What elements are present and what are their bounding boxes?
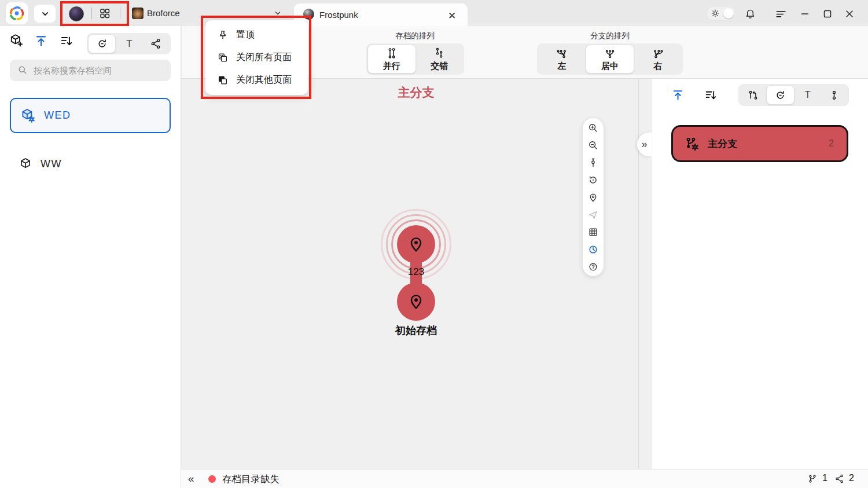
- staggered-icon: [432, 47, 446, 60]
- panel-pin-to-top-button[interactable]: [671, 88, 685, 102]
- share-nodes-icon: [834, 474, 845, 484]
- panel-view-mode-control: T: [738, 84, 849, 106]
- menu-item-pin[interactable]: 置顶: [205, 24, 308, 46]
- map-pin-icon: [408, 293, 424, 310]
- close-window-button[interactable]: [842, 7, 857, 21]
- cube-gear-icon: [20, 108, 36, 124]
- pin-to-top-button[interactable]: [34, 34, 49, 49]
- sidebar-view-mode-control: T: [87, 33, 171, 54]
- main-menu-button[interactable]: [773, 7, 788, 21]
- zoom-in-button[interactable]: [587, 122, 599, 134]
- pushpin-icon: [217, 30, 229, 41]
- space-count-indicator: [834, 474, 845, 484]
- branch-arrangement-label: 分支的排列: [552, 31, 668, 41]
- zoom-out-icon: [587, 140, 599, 151]
- maximize-button[interactable]: [820, 7, 835, 21]
- locate-node-button[interactable]: [587, 192, 599, 203]
- menu-item-label: 关闭所有页面: [236, 52, 292, 64]
- help-icon: [587, 261, 599, 273]
- search-input[interactable]: [34, 65, 171, 75]
- branch-count-indicator: [808, 474, 818, 484]
- save-node-current[interactable]: [397, 225, 435, 263]
- save-node-initial[interactable]: [397, 282, 435, 321]
- search-bar[interactable]: [10, 60, 171, 81]
- view-mode-time-button[interactable]: [88, 34, 116, 53]
- slider-vertical-icon: [587, 157, 599, 168]
- view-mode-graph-button[interactable]: [143, 34, 170, 53]
- branch-gear-icon: [685, 136, 700, 152]
- statusbar: « 存档目录缺失 1 2: [181, 469, 868, 488]
- refresh-clockwise-icon: [96, 38, 108, 50]
- location-pin-icon: [587, 192, 599, 203]
- timeline-button[interactable]: [587, 244, 599, 255]
- panel-sort-button[interactable]: [704, 88, 718, 102]
- archive-arrangement-control: 并行 交错: [366, 43, 464, 75]
- hamburger-menu-icon: [775, 8, 787, 20]
- map-pin-icon: [408, 236, 424, 253]
- branch-arrangement-control: 左 居中: [537, 43, 683, 75]
- archive-space-item-wed[interactable]: WED: [10, 98, 171, 133]
- branch-option-label: 居中: [601, 61, 619, 72]
- archive-space-label: WED: [44, 109, 71, 122]
- refresh-clockwise-icon: [774, 89, 786, 101]
- tab-dropdown-caret[interactable]: [274, 9, 282, 17]
- branch-left-icon: [554, 47, 569, 60]
- grid-view-button[interactable]: [587, 226, 599, 238]
- grid-icon: [98, 7, 111, 20]
- navigate-button[interactable]: [587, 209, 599, 221]
- panel-compare-button[interactable]: [740, 85, 766, 105]
- menu-item-close-others[interactable]: 关闭其他页面: [205, 69, 308, 91]
- text-mode-icon: T: [804, 89, 810, 101]
- panel-commit-button[interactable]: [821, 85, 848, 105]
- save-node-label: 初始存档: [373, 324, 459, 337]
- app-window: Broforce Frostpunk ✕: [0, 0, 868, 488]
- help-button[interactable]: [587, 261, 599, 273]
- arrange-option-label: 交错: [431, 61, 448, 72]
- collapse-statusbar-button[interactable]: «: [188, 471, 194, 486]
- menu-item-label: 关闭其他页面: [236, 74, 292, 86]
- menu-item-close-all[interactable]: 关闭所有页面: [205, 46, 308, 69]
- minimize-button[interactable]: [797, 7, 812, 21]
- save-node-label: 123: [387, 266, 445, 278]
- branch-option-label: 右: [654, 61, 663, 72]
- status-message: 存档目录缺失: [222, 473, 279, 486]
- cube-icon: [19, 157, 32, 171]
- commit-vertical-icon: [828, 89, 840, 101]
- zoom-in-icon: [587, 122, 599, 134]
- user-avatar[interactable]: [69, 6, 84, 21]
- sort-button[interactable]: [59, 34, 74, 49]
- branch-right-button[interactable]: 右: [634, 45, 682, 74]
- reset-view-button[interactable]: [587, 174, 599, 186]
- notifications-button[interactable]: [742, 7, 757, 21]
- add-archive-space-button[interactable]: [8, 32, 24, 49]
- view-mode-text-button[interactable]: T: [116, 34, 142, 53]
- navigation-arrow-icon: [587, 209, 599, 221]
- logo-swirl-icon: [9, 5, 25, 21]
- branch-card-main[interactable]: 主分支 2: [671, 125, 848, 162]
- arrange-parallel-button[interactable]: 并行: [367, 45, 416, 74]
- tab-close-button[interactable]: ✕: [448, 11, 456, 21]
- sort-descending-icon: [60, 34, 73, 48]
- double-chevron-right-icon: »: [641, 138, 647, 151]
- zoom-slider-button[interactable]: [587, 157, 599, 168]
- arrange-staggered-button[interactable]: 交错: [416, 45, 464, 74]
- titlebar-dropdown-button[interactable]: [34, 5, 56, 23]
- theme-toggle[interactable]: [707, 7, 735, 20]
- menu-item-label: 置顶: [236, 29, 255, 41]
- archive-space-item-ww[interactable]: WW: [10, 151, 171, 177]
- panel-text-button[interactable]: T: [795, 85, 821, 105]
- space-count: 2: [849, 473, 854, 483]
- sort-descending-icon: [704, 89, 718, 102]
- chevron-down-icon: [41, 9, 50, 19]
- cube-plus-icon: [9, 33, 24, 48]
- parallel-icon: [385, 47, 399, 60]
- apps-grid-button[interactable]: [98, 7, 111, 20]
- panel-time-button[interactable]: [766, 85, 794, 105]
- sun-icon: [711, 9, 720, 18]
- zoom-out-button[interactable]: [587, 140, 599, 151]
- branch-center-button[interactable]: 居中: [586, 45, 634, 74]
- branch-option-label: 左: [558, 61, 567, 72]
- branch-left-button[interactable]: 左: [538, 45, 586, 74]
- text-mode-icon: T: [126, 38, 132, 50]
- tab-frostpunk[interactable]: Frostpunk ✕: [294, 3, 468, 26]
